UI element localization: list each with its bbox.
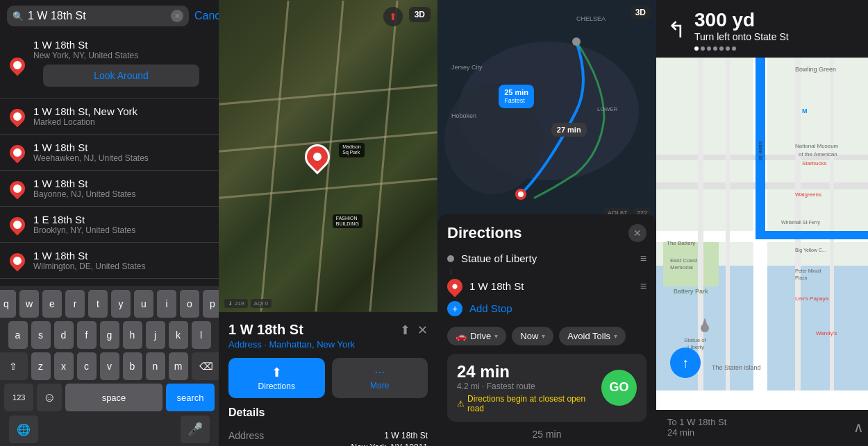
- add-stop-row[interactable]: + Add Stop: [447, 298, 646, 320]
- transport-options: 🚗 Drive ▾ Now ▾ Avoid Tolls ▾: [447, 327, 646, 345]
- key-m[interactable]: m: [169, 352, 188, 380]
- key-c[interactable]: c: [77, 352, 97, 380]
- waypoint-from: Statue of Liberty ≡: [447, 249, 646, 268]
- key-w[interactable]: w: [19, 290, 39, 318]
- search-icon: 🔍: [12, 11, 24, 22]
- key-s[interactable]: s: [31, 321, 51, 349]
- key-e[interactable]: e: [42, 290, 62, 318]
- key-a[interactable]: a: [8, 321, 28, 349]
- route-meta: 4.2 mi · Fastest route: [457, 381, 601, 391]
- svg-text:Len's Papaya: Len's Papaya: [795, 295, 829, 302]
- svg-text:National Museum: National Museum: [795, 143, 839, 149]
- key-v[interactable]: v: [100, 352, 119, 380]
- search-input[interactable]: 1 W 18th St: [28, 10, 167, 22]
- key-mic[interactable]: 🎤: [181, 415, 210, 443]
- look-around-button[interactable]: Look Around: [43, 65, 199, 87]
- key-space[interactable]: space: [65, 384, 162, 411]
- aqi-badge: AQI 0: [251, 299, 272, 308]
- key-d[interactable]: d: [54, 321, 74, 349]
- list-item[interactable]: 1 W 18th St Bayonne, NJ, United States: [0, 171, 219, 207]
- navigation-panel: ↰ 300 yd Turn left onto State St: [656, 0, 868, 446]
- road-map[interactable]: State St The Battery Bowling Green M Nat…: [656, 58, 868, 392]
- svg-text:Peter Minuit: Peter Minuit: [795, 268, 821, 273]
- key-g[interactable]: g: [100, 321, 119, 349]
- key-emoji[interactable]: ☺: [37, 384, 62, 411]
- from-reorder-handle[interactable]: ≡: [640, 252, 646, 265]
- route-svg: Hoboken Jersey City CHELSEA LOWER: [437, 0, 656, 223]
- route-map-3d-button[interactable]: 3D: [631, 6, 651, 19]
- key-b[interactable]: b: [123, 352, 142, 380]
- go-button[interactable]: GO: [601, 370, 637, 406]
- svg-text:Bowling Green: Bowling Green: [795, 66, 836, 73]
- map-3d-button[interactable]: 3D: [409, 7, 431, 22]
- search-input-wrapper[interactable]: 🔍 1 W 18th St ✕: [7, 6, 189, 26]
- close-button[interactable]: ✕: [417, 323, 428, 338]
- svg-text:Whitehall St-Ferry: Whitehall St-Ferry: [781, 220, 821, 225]
- list-item[interactable]: 1 W 18th St Weehawken, NJ, United States: [0, 135, 219, 171]
- close-directions-button[interactable]: ✕: [628, 224, 646, 242]
- list-item[interactable]: 1 E 18th St Brooklyn, NY, United States: [0, 207, 219, 243]
- list-item[interactable]: 1 W 18th St: [0, 279, 219, 286]
- result-subtitle: Bayonne, NJ, United States: [33, 189, 209, 199]
- key-t[interactable]: t: [88, 290, 108, 318]
- now-pill[interactable]: Now ▾: [512, 327, 553, 345]
- key-y[interactable]: y: [111, 290, 131, 318]
- to-waypoint-icon: [444, 275, 465, 297]
- svg-text:Hoboken: Hoboken: [451, 112, 476, 119]
- directions-sheet: Directions ✕ Statue of Liberty ≡ 1 W 18t…: [437, 214, 656, 446]
- key-globe[interactable]: 🌐: [9, 415, 38, 443]
- chevron-down-icon: ▾: [614, 332, 617, 340]
- drive-pill[interactable]: 🚗 Drive ▾: [447, 327, 506, 345]
- key-l[interactable]: l: [192, 321, 211, 349]
- directions-button[interactable]: ⬆ Directions: [228, 358, 325, 398]
- key-k[interactable]: k: [169, 321, 188, 349]
- result-subtitle: Brooklyn, NY, United States: [33, 225, 209, 235]
- key-z[interactable]: z: [31, 352, 51, 380]
- svg-text:Wendy's: Wendy's: [816, 330, 837, 336]
- list-item[interactable]: 1 W 18th St New York, NY, United States …: [0, 32, 219, 98]
- nav-dot: [719, 46, 724, 51]
- to-reorder-handle[interactable]: ≡: [640, 280, 646, 293]
- list-item[interactable]: 1 W 18th St, New York Marked Location: [0, 98, 219, 135]
- alt-time-badge: 27 min: [551, 123, 587, 137]
- key-r[interactable]: r: [65, 290, 85, 318]
- share-button[interactable]: ⬆: [400, 323, 410, 338]
- svg-text:Jersey City: Jersey City: [451, 64, 483, 71]
- directions-title: Directions: [447, 224, 522, 242]
- compass-icon[interactable]: ⬆: [383, 7, 403, 26]
- key-numbers[interactable]: 123: [4, 384, 33, 411]
- route-map[interactable]: Hoboken Jersey City CHELSEA LOWEREAST SI…: [437, 0, 656, 223]
- compass-arrow-icon: ↑: [682, 355, 689, 371]
- nav-compass-button[interactable]: ↑: [670, 348, 701, 378]
- svg-text:Big Yellow C...: Big Yellow C...: [795, 248, 826, 253]
- directions-icon: ⬆: [235, 365, 318, 380]
- key-f[interactable]: f: [77, 321, 97, 349]
- svg-text:The Battery: The Battery: [667, 240, 695, 246]
- key-x[interactable]: x: [54, 352, 74, 380]
- location-title: 1 W 18th St: [228, 322, 303, 338]
- waypoint-to: 1 W 18th St ≡: [447, 275, 646, 298]
- location-pin-icon: [6, 105, 28, 127]
- location-pin-icon: [6, 250, 28, 271]
- clear-button[interactable]: ✕: [171, 10, 183, 22]
- nav-expand-button[interactable]: ∧: [853, 419, 864, 436]
- key-delete[interactable]: ⌫: [192, 352, 221, 380]
- key-n[interactable]: n: [146, 352, 165, 380]
- search-panel: 🔍 1 W 18th St ✕ Cancel 1 W 18th St New Y…: [0, 0, 219, 446]
- more-button[interactable]: ··· More: [332, 358, 428, 398]
- key-shift[interactable]: ⇧: [0, 352, 28, 380]
- to-label: 1 W 18th St: [469, 280, 633, 292]
- street: [260, 1, 289, 312]
- search-key[interactable]: search: [166, 384, 215, 411]
- key-h[interactable]: h: [123, 321, 142, 349]
- list-item[interactable]: 1 W 18th St Wilmington, DE, United State…: [0, 243, 219, 279]
- nav-dest-time: 24 min: [667, 427, 853, 438]
- key-u[interactable]: u: [134, 290, 153, 318]
- car-icon: 🚗: [456, 331, 467, 341]
- fashion-building-label: FASHIONBUILDING: [333, 214, 362, 229]
- key-o[interactable]: o: [180, 290, 199, 318]
- avoid-tolls-pill[interactable]: Avoid Tolls ▾: [559, 327, 626, 345]
- key-j[interactable]: j: [146, 321, 165, 349]
- key-q[interactable]: q: [0, 290, 16, 318]
- key-i[interactable]: i: [157, 290, 176, 318]
